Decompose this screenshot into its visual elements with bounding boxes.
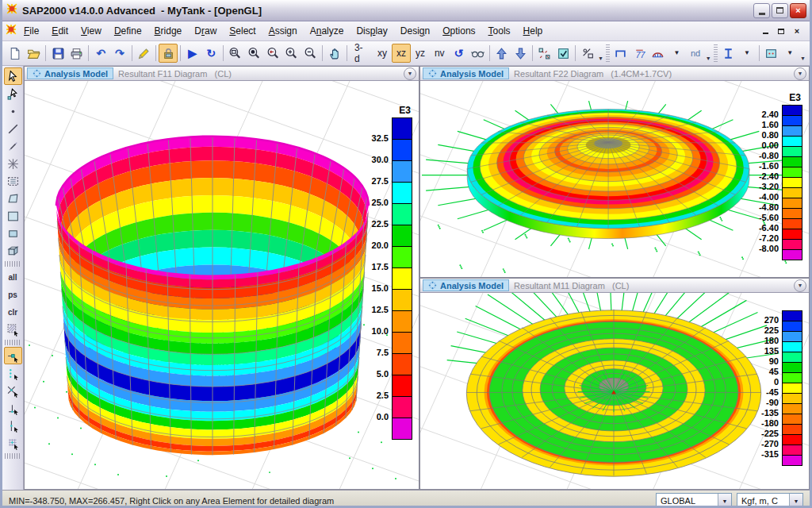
toolbar-grip[interactable] (714, 44, 718, 62)
viewport-menu-dropdown[interactable]: ▼ (794, 279, 806, 292)
quick-draw-frame-button[interactable] (4, 137, 22, 155)
menu-assign[interactable]: Assign (262, 23, 304, 39)
viewport-menu-dropdown[interactable]: ▼ (404, 67, 416, 80)
shrink-objects-button[interactable] (535, 44, 554, 63)
undo-button[interactable]: ↶ (91, 44, 110, 63)
sap2000-flame-icon (5, 23, 17, 39)
draw-rect-area-button[interactable] (4, 207, 22, 225)
view-xy-button[interactable]: xy (373, 44, 392, 63)
toolbar-overflow-button[interactable]: ▼ (705, 44, 712, 63)
menu-draw[interactable]: Draw (188, 23, 223, 39)
bridge-wizard-dropdown[interactable]: ▼ (668, 44, 687, 63)
run-analysis-button[interactable]: ▶ (183, 44, 202, 63)
draw-mode-button[interactable] (135, 44, 154, 63)
view-nv-button[interactable]: nv (430, 44, 450, 63)
zoom-in-button[interactable] (282, 44, 301, 63)
zoom-extents-button[interactable] (245, 44, 264, 63)
rotate-3d-view-button[interactable]: ↺ (450, 44, 469, 63)
display-options-button[interactable] (554, 44, 573, 63)
reshape-object-button[interactable] (4, 85, 22, 102)
menu-tools[interactable]: Tools (482, 23, 517, 39)
toolbar-overflow-button[interactable]: ▼ (597, 44, 604, 63)
show-panel-button[interactable] (762, 44, 781, 63)
snap-perpendicular-button[interactable] (4, 399, 22, 417)
draw-joint-button[interactable] (4, 102, 22, 120)
redo-button[interactable]: ↷ (110, 44, 129, 63)
save-button[interactable] (48, 44, 67, 63)
section-designer-dropdown[interactable]: ▼ (737, 44, 756, 63)
viewport-f11-header[interactable]: Analysis Model Resultant F11 Diagram (CL… (25, 67, 419, 81)
nd-button[interactable]: nd (686, 44, 705, 63)
minimize-button[interactable] (753, 3, 770, 18)
move-down-in-list-button[interactable] (511, 44, 530, 63)
object-shrink-toggle-button[interactable] (578, 44, 597, 63)
new-model-button[interactable] (6, 44, 25, 63)
menu-options[interactable]: Options (436, 23, 481, 39)
view-yz-button[interactable]: yz (411, 44, 430, 63)
title-bar[interactable]: SAP2000 v14.0.0 Advanced - MyTank - [Ope… (2, 0, 810, 21)
view-3d-button[interactable]: 3-d (350, 44, 373, 63)
menu-define[interactable]: Define (108, 23, 148, 39)
zoom-out-button[interactable] (301, 44, 320, 63)
show-panel-dropdown[interactable]: ▼ (780, 44, 799, 63)
menu-display[interactable]: Display (350, 23, 393, 39)
menu-bridge[interactable]: Bridge (148, 23, 189, 39)
units-dropdown[interactable]: Kgf, m, C▼ (737, 493, 803, 508)
zoom-window-button[interactable] (226, 44, 245, 63)
mdi-minimize-button[interactable] (760, 26, 771, 36)
analysis-model-tab[interactable]: Analysis Model (423, 279, 509, 291)
menu-analyze[interactable]: Analyze (304, 23, 350, 39)
mdi-restore-button[interactable] (776, 26, 787, 36)
move-up-in-list-button[interactable] (492, 44, 511, 63)
draw-frame-button[interactable] (4, 120, 22, 137)
snap-to-lines-button[interactable] (4, 417, 22, 434)
bridge-lanes-button[interactable]: 77 (630, 44, 649, 63)
clear-selection-button[interactable]: clr (4, 303, 22, 321)
snap-to-joints-button[interactable] (4, 347, 22, 364)
menu-help[interactable]: Help (517, 23, 550, 39)
menu-file[interactable]: File (17, 23, 45, 39)
draw-solid-button[interactable] (4, 242, 22, 260)
analysis-model-tab[interactable]: Analysis Model (423, 67, 509, 79)
analysis-model-tab[interactable]: Analysis Model (27, 67, 113, 79)
bridge-wizard-button[interactable] (649, 44, 668, 63)
menu-edit[interactable]: Edit (45, 23, 75, 39)
open-file-button[interactable] (25, 44, 44, 63)
toolbar-grip[interactable] (5, 261, 21, 267)
snap-to-intersections-button[interactable] (4, 382, 22, 399)
print-button[interactable] (67, 44, 86, 63)
draw-poly-area-button[interactable] (4, 190, 22, 207)
close-button[interactable]: × (790, 3, 806, 18)
snap-to-grid-button[interactable] (4, 434, 22, 452)
select-pointer-button[interactable] (4, 67, 22, 85)
restore-button[interactable] (772, 3, 788, 18)
invert-selection-button[interactable] (4, 321, 22, 338)
viewport-f22-header[interactable]: Analysis Model Resultant F22 Diagram (1.… (420, 67, 809, 81)
menu-design[interactable]: Design (394, 23, 436, 39)
snap-to-midpoints-button[interactable] (4, 364, 22, 382)
toolbar-grip[interactable] (606, 44, 610, 62)
select-all-button[interactable]: all (4, 268, 22, 286)
zoom-previous-button[interactable] (263, 44, 282, 63)
rubber-band-zoom-button[interactable]: ↻ (202, 44, 221, 63)
quick-draw-braces-button[interactable] (4, 155, 22, 172)
toolbar-grip[interactable] (5, 453, 21, 459)
menu-view[interactable]: View (75, 23, 108, 39)
frame-section-button[interactable] (611, 44, 630, 63)
lock-model-button[interactable] (159, 44, 178, 63)
quick-draw-area-button[interactable] (4, 225, 22, 242)
mdi-close-button[interactable]: × (791, 26, 802, 36)
legend-color-cell (392, 139, 412, 161)
perspective-toggle-button[interactable] (468, 44, 487, 63)
viewport-menu-dropdown[interactable]: ▼ (794, 67, 806, 80)
coord-system-dropdown[interactable]: GLOBAL▼ (656, 493, 732, 508)
draw-area-button[interactable] (4, 172, 22, 190)
menu-select[interactable]: Select (223, 23, 262, 39)
pan-button[interactable] (325, 44, 344, 63)
toolbar-overflow-button[interactable]: ▼ (799, 44, 806, 63)
toolbar-grip[interactable] (5, 340, 21, 345)
section-designer-button[interactable] (719, 44, 738, 63)
viewport-m11-header[interactable]: Analysis Model Resultant M11 Diagram (CL… (420, 279, 809, 293)
view-xz-button[interactable]: xz (392, 44, 411, 63)
select-previous-button[interactable]: ps (4, 286, 22, 303)
